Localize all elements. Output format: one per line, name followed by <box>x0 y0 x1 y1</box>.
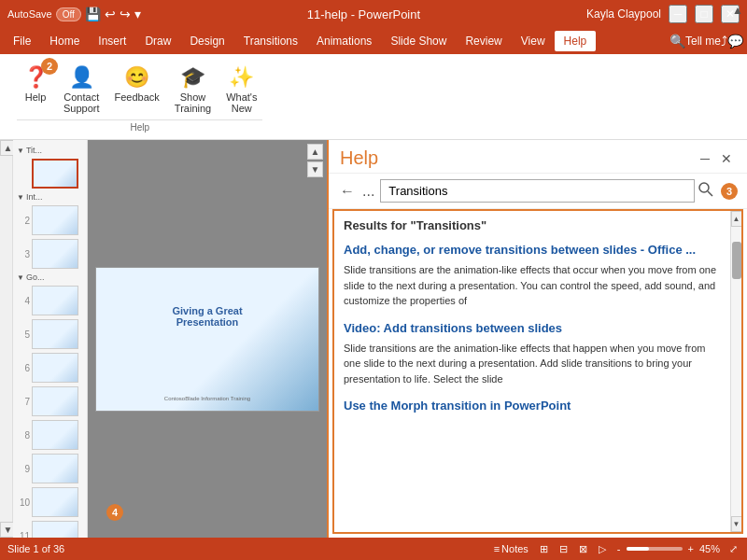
slide-title: Giving a Great Presentation <box>172 305 242 328</box>
ribbon-buttons: ❓ Help 2 👤 Contact Support 😊 Feedback 🎓 … <box>17 62 262 118</box>
normal-view-btn[interactable]: ⊞ <box>538 543 550 555</box>
slide-thumb-6[interactable] <box>32 353 78 383</box>
save-icon[interactable]: 💾 <box>85 7 101 21</box>
notes-icon: ≡ <box>494 543 500 554</box>
left-scrollbar: ▲ ▼ <box>0 140 13 538</box>
ribbon: ❓ Help 2 👤 Contact Support 😊 Feedback 🎓 … <box>0 54 747 140</box>
menu-slideshow[interactable]: Slide Show <box>381 31 456 51</box>
results-scroll-up[interactable]: ▲ <box>731 211 742 227</box>
tell-me-label[interactable]: Tell me <box>685 35 721 48</box>
slide-thumb-7[interactable] <box>32 386 78 416</box>
section-title[interactable]: ▼ Tit... <box>15 144 85 157</box>
comment-icon[interactable]: 💬 <box>727 34 743 49</box>
result-link-2[interactable]: Video: Add transitions between slides <box>344 320 721 337</box>
help-search-input[interactable] <box>380 179 695 203</box>
help-back-btn[interactable]: ← <box>338 181 357 202</box>
slide-count-label: Slide 1 of 36 <box>7 543 64 554</box>
slide-thumb-3[interactable] <box>32 239 78 269</box>
help-search-button[interactable] <box>698 182 713 200</box>
menu-home[interactable]: Home <box>40 31 89 51</box>
list-item[interactable]: 3 <box>15 237 85 271</box>
menu-animations[interactable]: Animations <box>307 31 381 51</box>
autosave-toggle[interactable]: Off <box>56 7 81 21</box>
slidesorter-btn[interactable]: ⊟ <box>557 543 570 555</box>
section-intro[interactable]: ▼ Int... <box>15 190 85 203</box>
help-results-scrollbar: ▲ ▼ <box>730 211 741 532</box>
scroll-thumb[interactable] <box>732 242 741 279</box>
list-item[interactable]: 6 <box>15 351 85 385</box>
section-go[interactable]: ▼ Go... <box>15 271 85 284</box>
user-name: Kayla Claypool <box>586 7 661 21</box>
result-link-1[interactable]: Add, change, or remove transitions betwe… <box>344 242 721 259</box>
help-minimize-btn[interactable]: ─ <box>697 149 713 168</box>
slide-background <box>96 268 318 411</box>
slide-thumb-1[interactable] <box>32 159 78 189</box>
help-title: Help <box>340 147 378 169</box>
slide-thumb-8[interactable] <box>32 420 78 450</box>
list-item[interactable]: 7 <box>15 385 85 418</box>
restore-button[interactable]: □ <box>695 5 713 23</box>
help-close-btn[interactable]: ✕ <box>717 149 736 168</box>
left-panel-wrapper: ▲ ▼ ▼ Tit... ▼ Int... 2 <box>0 140 88 538</box>
feedback-icon: 😊 <box>124 65 149 90</box>
whats-new-button[interactable]: ✨ What's New <box>220 62 262 118</box>
reading-view-btn[interactable]: ⊠ <box>577 543 589 555</box>
result-desc-2: Slide transitions are the animation-like… <box>344 341 721 387</box>
slide-thumb-10[interactable] <box>32 487 78 517</box>
minimize-button[interactable]: ─ <box>669 5 687 23</box>
canvas-scroll-up[interactable]: ▲ <box>307 144 323 160</box>
list-item[interactable]: 11 <box>15 519 85 538</box>
badge-2: 2 <box>41 58 58 75</box>
contact-support-button[interactable]: 👤 Contact Support <box>58 62 106 118</box>
zoom-bar: - + 45% <box>615 543 720 554</box>
menu-bar: File Home Insert Draw Design Transitions… <box>0 28 747 54</box>
menu-design[interactable]: Design <box>180 31 233 51</box>
menu-view[interactable]: View <box>512 31 555 51</box>
menu-help[interactable]: Help <box>555 31 597 51</box>
menu-insert[interactable]: Insert <box>89 31 135 51</box>
presenter-view-btn[interactable]: ▷ <box>597 543 608 555</box>
results-scroll-down[interactable]: ▼ <box>731 516 742 532</box>
search-icon[interactable]: 🔍 <box>669 34 685 49</box>
list-item[interactable] <box>15 157 85 190</box>
list-item[interactable]: 8 <box>15 418 85 452</box>
undo-icon[interactable]: ↩ <box>105 7 116 21</box>
share-icon[interactable]: ⤴ <box>721 34 727 49</box>
list-item[interactable]: 10 <box>15 485 85 519</box>
zoom-in-btn[interactable]: + <box>686 543 696 554</box>
menu-file[interactable]: File <box>4 31 40 51</box>
window-title: 11-help - PowerPoint <box>307 7 420 21</box>
slide-thumb-11[interactable] <box>32 521 78 538</box>
ribbon-collapse-btn[interactable]: ▲ <box>732 4 743 17</box>
slide-panel: ▼ Tit... ▼ Int... 2 3 <box>13 140 88 538</box>
canvas-scroll-down[interactable]: ▼ <box>307 161 323 177</box>
ribbon-content: ❓ Help 2 👤 Contact Support 😊 Feedback 🎓 … <box>0 54 747 139</box>
training-icon: 🎓 <box>180 65 205 90</box>
zoom-fill <box>627 547 649 551</box>
quick-access-more[interactable]: ▾ <box>134 7 141 21</box>
menu-review[interactable]: Review <box>456 31 511 51</box>
list-item[interactable]: 2 <box>15 203 85 237</box>
menu-draw[interactable]: Draw <box>135 31 180 51</box>
list-item[interactable]: 4 <box>15 284 85 317</box>
help-more-btn[interactable]: ... <box>360 181 376 202</box>
menu-transitions[interactable]: Transitions <box>234 31 307 51</box>
slide-thumb-5[interactable] <box>32 319 78 349</box>
result-link-3[interactable]: Use the Morph transition in PowerPoint <box>344 398 721 414</box>
slide-thumb-9[interactable] <box>32 454 78 483</box>
fit-slide-btn[interactable]: ⤢ <box>727 543 740 555</box>
show-training-button[interactable]: 🎓 Show Training <box>169 62 217 118</box>
zoom-value: 45% <box>699 543 720 554</box>
list-item[interactable]: 9 <box>15 452 85 485</box>
feedback-button[interactable]: 😊 Feedback <box>109 62 165 106</box>
redo-icon[interactable]: ↪ <box>120 7 131 21</box>
slide-thumb-4[interactable] <box>32 286 78 315</box>
help-search-bar: ← ... 3 <box>329 174 747 209</box>
title-bar-left: AutoSave Off 💾 ↩ ↪ ▾ <box>7 7 141 21</box>
list-item[interactable]: 5 <box>15 317 85 351</box>
notes-button[interactable]: ≡ Notes <box>492 543 530 554</box>
zoom-slider[interactable] <box>627 547 683 551</box>
slide-thumb-2[interactable] <box>32 205 78 235</box>
zoom-out-btn[interactable]: - <box>615 543 623 554</box>
slide-subtitle: ContosoBlade Information Training <box>164 396 250 401</box>
